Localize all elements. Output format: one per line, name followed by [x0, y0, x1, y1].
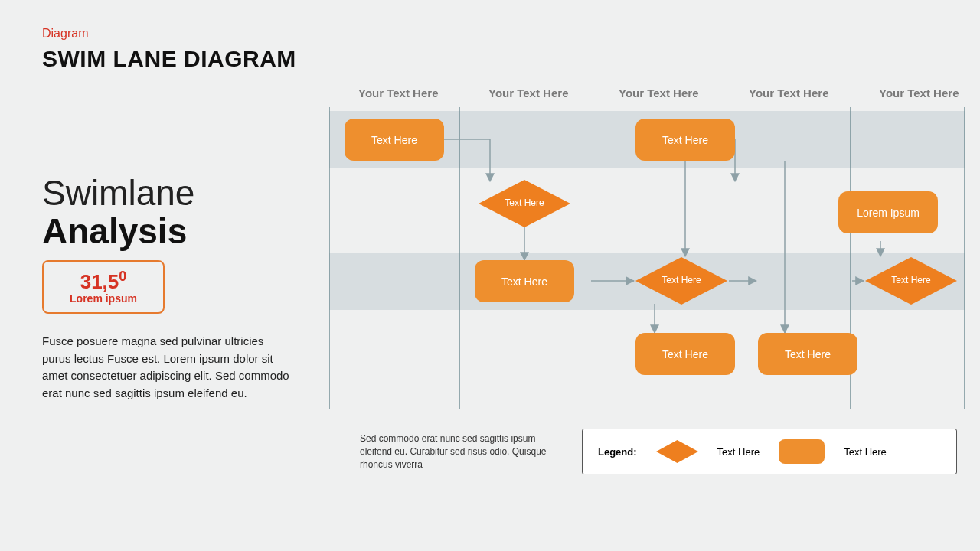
decision-diamond-1[interactable]: Text Here [479, 180, 570, 227]
heading-line1: Swimlane [42, 172, 194, 214]
legend-title: Legend: [598, 446, 637, 458]
process-rect-2[interactable]: Text Here [635, 119, 735, 161]
process-rect-6[interactable]: Lorem Ipsum [838, 191, 938, 233]
heading-line2: Analysis [42, 210, 187, 252]
legend-diamond-label: Text Here [717, 446, 760, 458]
legend-rect-label: Text Here [844, 446, 887, 458]
legend-box: Legend: Text Here Text Here [582, 429, 957, 474]
kicker: Diagram [42, 27, 88, 41]
column-header-2: Your Text Here [488, 86, 568, 99]
process-rect-1[interactable]: Text Here [345, 119, 444, 161]
column-header-1: Your Text Here [358, 86, 438, 99]
footnote-text: Sed commodo erat nunc sed sagittis ipsum… [360, 432, 559, 471]
process-rect-5[interactable]: Text Here [758, 333, 858, 375]
process-rect-3[interactable]: Text Here [475, 260, 574, 302]
legend-rect-icon [779, 439, 825, 464]
column-header-5: Your Text Here [879, 86, 959, 99]
grid-line [329, 107, 330, 409]
grid-line [459, 107, 460, 409]
grid-line [590, 107, 590, 409]
decision-diamond-2[interactable]: Text Here [635, 257, 727, 305]
grid-line [964, 107, 965, 409]
metric-box: 31,50 Lorem ipsum [42, 260, 165, 314]
decision-diamond-3[interactable]: Text Here [865, 257, 957, 305]
metric-value: 31,50 [80, 269, 127, 292]
svg-marker-3 [656, 440, 698, 463]
page-title: SWIM LANE DIAGRAM [42, 46, 296, 72]
metric-caption: Lorem ipsum [70, 292, 137, 305]
description-paragraph: Fusce posuere magna sed pulvinar ultrici… [42, 333, 295, 402]
process-rect-4[interactable]: Text Here [635, 333, 735, 375]
column-header-4: Your Text Here [749, 86, 828, 99]
legend-diamond-icon [656, 440, 698, 463]
column-header-3: Your Text Here [619, 86, 698, 99]
